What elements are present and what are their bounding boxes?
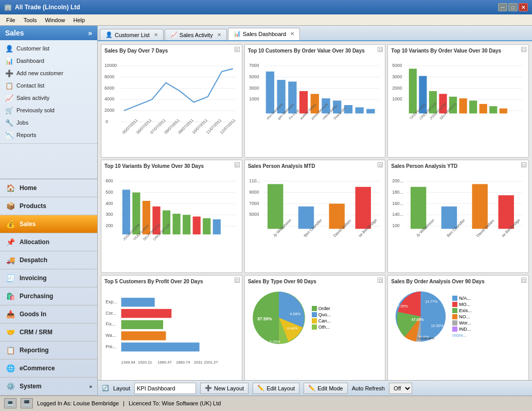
pie-container: 14.77% 47.05% 14.03% 10.50% 47.05% 0.60%… [391,287,525,346]
home-icon: 🏠 [5,183,15,193]
svg-text:14.77%: 14.77% [425,300,438,303]
sidebar-item-contact-list[interactable]: 📋 Contact list [0,79,97,92]
sidebar-item-customer-list[interactable]: 👤 Customer list [0,42,97,55]
dashboard-grid: □ Sales By Day Over 7 Days 10000 8000 60… [98,41,532,380]
svg-text:Cor...: Cor... [105,311,116,316]
title-bar: 🏢 All Trade (Lincoln) Ltd ─ □ ✕ [0,0,532,14]
layout-input[interactable] [134,383,196,394]
nav-system[interactable]: ⚙️ System » [0,378,97,396]
edit-layout-button[interactable]: ✏️ Edit Layout [253,383,299,394]
chart-corner-btn[interactable]: □ [235,47,240,52]
sidebar-item-dashboard[interactable]: 📊 Dashboard [0,55,97,67]
legend-quo: Quo... [312,312,331,317]
auto-refresh-select[interactable]: Off [389,383,412,394]
nav-allocation[interactable]: 📌 Allocation [0,233,97,251]
svg-text:160...: 160... [393,201,404,206]
new-layout-label: New Layout [214,385,244,391]
legend-label: Exis... [459,308,472,313]
legend-oth: Oth... [312,324,331,330]
nav-invoicing[interactable]: 🧾 Invoicing [0,269,97,287]
sidebar-item-jobs[interactable]: 🔧 Jobs [0,116,97,129]
tab-icon: 📊 [234,30,241,37]
chart-title: Top 10 Variants By Volume Over 30 Days [104,163,239,169]
menu-file[interactable]: File [2,16,20,24]
edit-mode-button[interactable]: ✏️ Edit Mode [304,383,348,394]
tab-close-icon[interactable]: ✕ [217,32,221,38]
nav-label: Purchasing [20,293,53,300]
legend-mo: MO... [452,302,472,307]
sidebar-collapse[interactable]: » [88,29,92,37]
svg-rect-135 [121,320,163,329]
chart-salesperson-mtd: □ Sales Person Analysis MTD 110... 9000 … [244,160,386,273]
chart-area: 110... 9000 7000 5000 [248,172,382,269]
legend-label: Can... [318,318,331,323]
purchasing-icon: 🛍️ [5,291,15,301]
nav-sales[interactable]: 💰 Sales [0,215,97,233]
sidebar-item-previously-sold[interactable]: 🛒 Previously sold [0,104,97,116]
legend-more[interactable]: more... [452,333,472,338]
nav-goods-in[interactable]: 📥 Goods In [0,305,97,323]
minimize-button[interactable]: ─ [498,3,507,11]
chart-top10-variants-value: □ Top 10 Variants By Order Value Over 30… [387,44,529,158]
chart-corner-btn[interactable]: □ [378,278,383,283]
svg-text:1000: 1000 [249,96,259,101]
menu-help[interactable]: Help [69,16,90,24]
sidebar-item-add-customer[interactable]: ➕ Add new customer [0,67,97,79]
svg-rect-61 [469,100,477,113]
maximize-button[interactable]: □ [508,3,518,11]
svg-rect-63 [489,106,497,113]
nav-home[interactable]: 🏠 Home [0,179,97,197]
svg-text:87.59%: 87.59% [257,316,272,321]
legend-label: IND... [459,327,471,332]
nav-reporting[interactable]: 📋 Reporting [0,341,97,359]
svg-rect-122 [472,184,488,229]
chart-corner-btn[interactable]: □ [235,278,240,283]
svg-text:Fix...: Fix... [105,321,115,327]
chart-corner-btn[interactable]: □ [378,162,383,167]
pie-legend: Order Quo... Can... [312,306,331,330]
sidebar-item-sales-activity[interactable]: 📈 Sales activity [0,92,97,104]
tab-sales-activity[interactable]: 📈 Sales Activity ✕ [165,29,227,40]
svg-text:4000: 4000 [104,96,114,101]
nav-ecommerce[interactable]: 🌐 eCommerce [0,359,97,378]
svg-rect-60 [459,98,467,113]
sidebar-item-label: Jobs [16,119,28,126]
nav-despatch[interactable]: 🚚 Despatch [0,251,97,269]
menu-tools[interactable]: Tools [20,16,41,24]
chart-area: 5000 3000 2000 1000 [391,56,525,154]
tab-close-icon[interactable]: ✕ [154,32,158,38]
svg-text:600: 600 [105,178,113,183]
licenced-text: Licenced To: Wise Software (UK) Ltd [129,400,221,406]
tab-sales-dashboard[interactable]: 📊 Sales Dashboard ✕ [228,28,300,40]
sidebar-item-reports[interactable]: 📉 Reports [0,129,97,141]
sidebar-item-label: Dashboard [16,58,44,64]
tab-close-icon[interactable]: ✕ [290,31,294,37]
svg-text:Exp...: Exp... [105,299,117,304]
status-btn-2[interactable]: 🖥️ [21,398,33,408]
status-btn-1[interactable]: 💻 [4,398,16,408]
chart-corner-btn[interactable]: □ [521,47,526,52]
logged-in-text: Logged In As: Louise Bembridge [37,400,119,406]
svg-text:200...: 200... [393,178,404,183]
tab-customer-list[interactable]: 👤 Customer List ✕ [100,29,164,40]
sidebar-item-label: Sales activity [16,95,49,101]
nav-crm[interactable]: 🤝 CRM / SRM [0,323,97,341]
nav-purchasing[interactable]: 🛍️ Purchasing [0,287,97,305]
legend-label: NO... [459,314,470,319]
svg-text:12/07/2011: 12/07/2011 [219,118,236,135]
new-layout-button[interactable]: ➕ New Layout [200,383,249,394]
chart-corner-btn[interactable]: □ [235,162,240,167]
chart-corner-btn[interactable]: □ [521,278,526,283]
allocation-icon: 📌 [5,237,15,247]
svg-rect-37 [355,107,363,113]
legend-order: Order [312,306,331,311]
svg-rect-137 [121,342,200,351]
legend-no: NO... [452,314,472,319]
app-title: All Trade (Lincoln) Ltd [15,4,80,11]
nav-products[interactable]: 📦 Products [0,197,97,215]
chart-corner-btn[interactable]: □ [378,47,383,52]
menu-window[interactable]: Window [41,16,69,24]
chart-corner-btn[interactable]: □ [521,162,526,167]
svg-text:140...: 140... [393,212,404,217]
close-button[interactable]: ✕ [519,3,528,11]
